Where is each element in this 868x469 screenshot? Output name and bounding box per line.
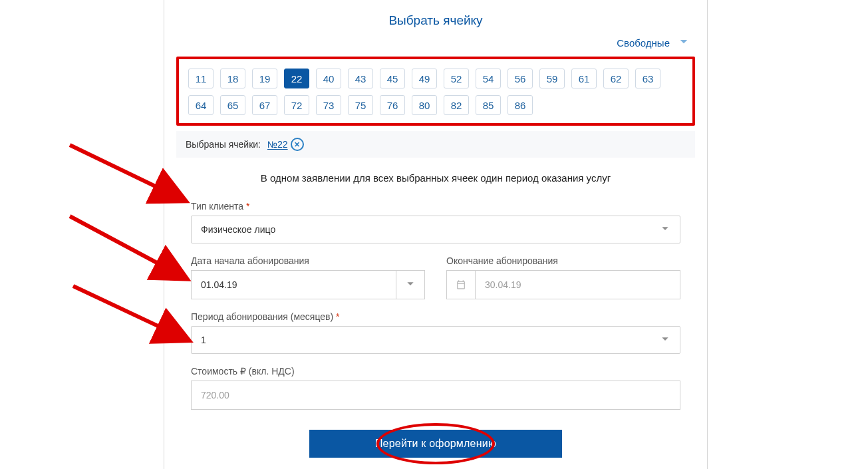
cell-19[interactable]: 19 xyxy=(252,69,277,88)
chevron-down-icon xyxy=(678,36,690,50)
required-mark: * xyxy=(246,201,249,212)
main-panel: Выбрать ячейку Свободные 111819224043454… xyxy=(164,0,708,469)
client-type-select[interactable]: Физическое лицо xyxy=(191,216,680,243)
cell-49[interactable]: 49 xyxy=(412,69,437,88)
cell-73[interactable]: 73 xyxy=(316,95,341,115)
free-filter-label: Свободные xyxy=(617,37,670,49)
cell-52[interactable]: 52 xyxy=(444,69,469,88)
cell-61[interactable]: 61 xyxy=(571,69,597,88)
cell-82[interactable]: 82 xyxy=(444,95,469,115)
start-date-input[interactable]: 01.04.19 xyxy=(191,270,425,299)
period-label: Период абонирования (месяцев) * xyxy=(191,311,680,322)
cell-67[interactable]: 67 xyxy=(252,95,277,115)
cost-label: Стоимость ₽ (вкл. НДС) xyxy=(191,366,680,377)
client-type-value: Физическое лицо xyxy=(201,224,275,235)
cell-59[interactable]: 59 xyxy=(539,69,565,88)
start-date-value: 01.04.19 xyxy=(191,270,396,299)
cell-75[interactable]: 75 xyxy=(348,95,373,115)
period-select[interactable]: 1 xyxy=(191,326,680,354)
submit-button[interactable]: Перейти к оформлению xyxy=(309,430,562,458)
end-date-label: Окончание абонирования xyxy=(446,255,680,266)
period-value: 1 xyxy=(201,335,206,345)
free-filter-toggle[interactable]: Свободные xyxy=(164,33,707,57)
chevron-down-icon xyxy=(405,279,416,291)
start-date-label: Дата начала абонирования xyxy=(191,255,425,266)
cell-63[interactable]: 63 xyxy=(635,69,660,88)
remove-selected-icon[interactable] xyxy=(291,138,304,151)
chevron-down-icon xyxy=(660,334,670,347)
cells-highlight-frame: 1118192240434549525456596162636465677273… xyxy=(176,57,695,126)
cell-43[interactable]: 43 xyxy=(348,69,373,88)
cell-72[interactable]: 72 xyxy=(284,95,309,115)
cost-value: 720.00 xyxy=(191,381,680,410)
cell-45[interactable]: 45 xyxy=(380,69,405,88)
cell-80[interactable]: 80 xyxy=(412,95,437,115)
cell-86[interactable]: 86 xyxy=(507,95,533,115)
selected-cells-label: Выбраны ячейки: xyxy=(186,139,261,150)
form-area: Тип клиента * Физическое лицо Дата начал… xyxy=(164,201,707,458)
cell-54[interactable]: 54 xyxy=(476,69,501,88)
cell-grid: 1118192240434549525456596162636465677273… xyxy=(188,69,683,115)
calendar-icon xyxy=(446,270,475,299)
cell-85[interactable]: 85 xyxy=(476,95,501,115)
cell-40[interactable]: 40 xyxy=(316,69,341,88)
selected-cells-bar: Выбраны ячейки: №22 xyxy=(176,131,695,158)
selected-cell-value: №22 xyxy=(267,139,288,150)
chevron-down-icon xyxy=(660,224,670,236)
info-text: В одном заявлении для всех выбранных яче… xyxy=(164,158,707,189)
cell-22[interactable]: 22 xyxy=(284,69,309,88)
cell-64[interactable]: 64 xyxy=(188,95,214,115)
cell-56[interactable]: 56 xyxy=(507,69,533,88)
cell-18[interactable]: 18 xyxy=(220,69,245,88)
cell-76[interactable]: 76 xyxy=(380,95,405,115)
required-mark: * xyxy=(336,311,339,322)
client-type-label: Тип клиента * xyxy=(191,201,680,212)
end-date-input: 30.04.19 xyxy=(446,270,680,299)
cell-11[interactable]: 11 xyxy=(188,69,214,88)
panel-title: Выбрать ячейку xyxy=(164,0,707,33)
cell-65[interactable]: 65 xyxy=(220,95,245,115)
end-date-value: 30.04.19 xyxy=(475,270,680,299)
start-date-dropdown-button[interactable] xyxy=(396,270,425,299)
cell-62[interactable]: 62 xyxy=(603,69,629,88)
